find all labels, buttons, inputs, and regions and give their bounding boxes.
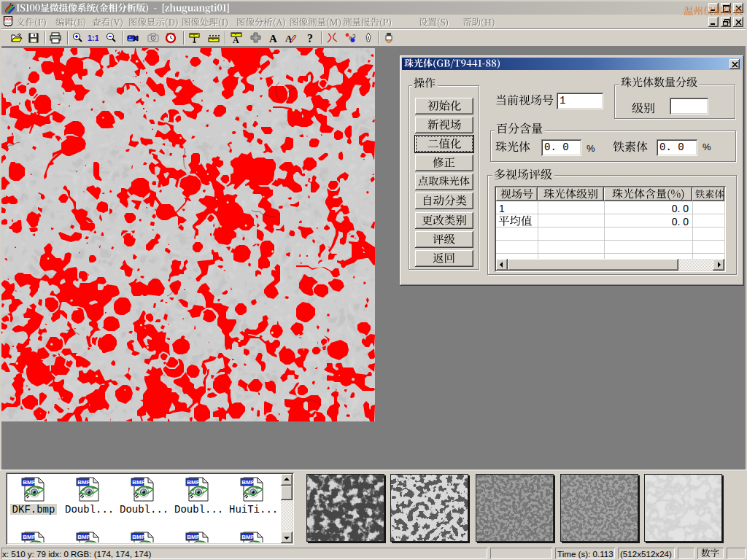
svg-text:3: 3 — [352, 33, 356, 39]
svg-text:BMP: BMP — [241, 479, 255, 486]
svg-text:BMP: BMP — [187, 534, 200, 540]
svg-text:BMP: BMP — [23, 534, 36, 540]
svg-text:BMP: BMP — [77, 479, 90, 486]
svg-text:A: A — [269, 33, 277, 44]
svg-text:DOC: DOC — [4, 17, 13, 21]
svg-text:1:1: 1:1 — [88, 34, 98, 42]
svg-text:BMP: BMP — [132, 534, 145, 540]
svg-text:A: A — [233, 35, 239, 44]
svg-text:BMP: BMP — [23, 479, 36, 486]
svg-text:BMP: BMP — [132, 479, 145, 486]
svg-text:BMP: BMP — [187, 479, 200, 486]
svg-text:?: ? — [307, 32, 313, 44]
svg-text:BMP: BMP — [241, 534, 255, 540]
svg-text:BMP: BMP — [77, 534, 90, 540]
